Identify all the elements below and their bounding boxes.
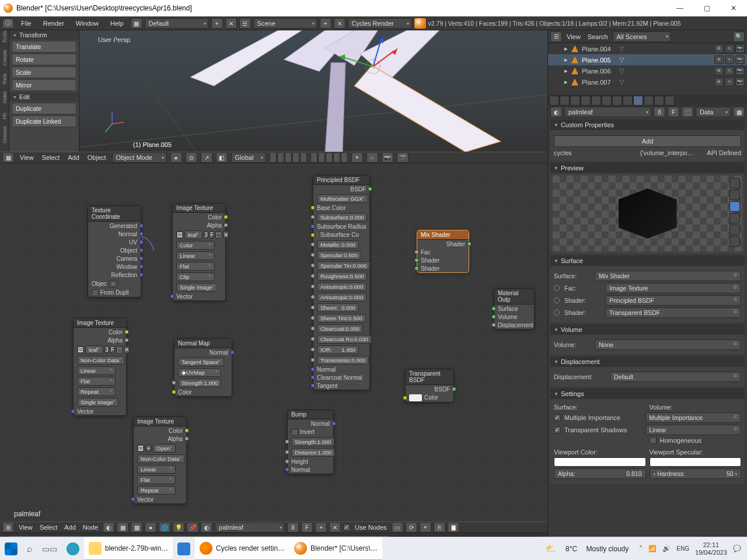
tab-renderlayers-icon[interactable] [560, 96, 570, 106]
vp-menu-object[interactable]: Object [85, 154, 109, 161]
mail-button[interactable] [173, 537, 195, 561]
tray-notifications-icon[interactable]: 💬 [733, 545, 741, 552]
win-close[interactable]: ✕ [720, 0, 747, 16]
volume-select[interactable]: None [595, 340, 741, 350]
mode-select[interactable]: Object Mode [112, 152, 167, 163]
menu-window[interactable]: Window [71, 20, 103, 27]
visibility-icon[interactable]: 👁 [714, 66, 724, 75]
fac-input-select[interactable]: Image Texture [605, 283, 741, 293]
render-vis-icon[interactable]: 📷 [735, 66, 745, 75]
proportional-icon[interactable]: ○ [366, 152, 378, 163]
transparent-shadows-check[interactable] [554, 426, 561, 433]
task-view-button[interactable]: ▭▭ [37, 537, 62, 561]
search-button[interactable]: ⌕ [22, 537, 37, 561]
image-browse-icon[interactable]: 🖼 [137, 444, 144, 452]
from-dupli-check[interactable] [92, 289, 99, 296]
transform-panel-header[interactable]: Transform [9, 30, 79, 40]
visibility-icon[interactable]: 👁 [714, 44, 724, 53]
editor-type-3dview-icon[interactable]: ▦ [2, 152, 14, 163]
outliner-display-mode[interactable]: All Scenes [613, 32, 671, 42]
scale-button[interactable]: Scale [12, 66, 76, 78]
socket-icon[interactable] [554, 285, 560, 291]
shading-icon[interactable]: ● [170, 152, 182, 163]
add-custom-prop-button[interactable]: Add [554, 135, 741, 147]
duplicate-linked-button[interactable]: Duplicate Linked [12, 116, 76, 127]
screen-layout-select[interactable]: Default [145, 18, 209, 29]
render-vis-icon[interactable]: 📷 [735, 78, 745, 86]
preview-flat-icon[interactable] [729, 178, 740, 188]
mat-browse-icon[interactable]: ◐ [201, 522, 212, 533]
material-name-field[interactable]: palmleaf [564, 107, 651, 117]
scene-add-icon[interactable]: + [320, 18, 331, 29]
viewport-specular-swatch[interactable] [650, 457, 742, 467]
tab-world-icon[interactable] [581, 96, 591, 106]
node-normal-map[interactable]: Normal Map Normal Tangent Space ◆ UVMap … [174, 338, 232, 397]
start-button[interactable] [0, 537, 22, 561]
preview-world-icon[interactable] [729, 236, 740, 247]
select-icon[interactable]: ↖ [725, 66, 734, 75]
select-icon[interactable]: ↖ [725, 78, 734, 86]
socket-icon[interactable] [554, 310, 560, 316]
tab-data-icon[interactable] [623, 96, 633, 106]
scene-select[interactable]: Scene [253, 18, 317, 29]
rotate-button[interactable]: Rotate [12, 54, 76, 65]
render-vis-icon[interactable]: 📷 [735, 55, 745, 64]
paste-nodes-icon[interactable]: 📋 [448, 522, 459, 533]
world-material-icon[interactable]: 🌐 [159, 522, 170, 533]
explorer-task[interactable]: blender-2.79b-win… [84, 537, 173, 561]
render-vis-icon[interactable]: 📷 [735, 44, 745, 53]
tray-lang-icon[interactable]: ENG [676, 545, 689, 552]
orientation-select[interactable]: Global [231, 152, 266, 163]
preview-header[interactable]: Preview [550, 163, 745, 173]
image-browse-icon[interactable]: 🖼 [77, 346, 84, 354]
mat-add-icon[interactable]: + [315, 522, 327, 533]
scene-browse-icon[interactable]: ☱ [239, 18, 251, 29]
preview-monkey-icon[interactable] [729, 213, 740, 223]
tray-clock[interactable]: 22:1119/04/2023 [695, 541, 727, 555]
win-maximize[interactable]: ▢ [693, 0, 720, 16]
preview-hair-icon[interactable] [729, 225, 740, 235]
tab-texture-icon[interactable] [644, 96, 654, 106]
tab-modifiers-icon[interactable] [612, 96, 622, 106]
editor-type-outliner-icon[interactable]: ☰ [550, 32, 562, 42]
node-mix-shader[interactable]: Mix Shader Shader Fac Shader Shader [417, 230, 469, 273]
viewport-color-swatch[interactable] [554, 457, 646, 467]
ol-menu-view[interactable]: View [564, 33, 583, 40]
volume-sampling-select[interactable]: Multiple Importance [645, 412, 742, 423]
render-icon[interactable]: 📷 [382, 152, 393, 163]
weather-widget[interactable]: ⛅ 8°C Mostly cloudy [540, 537, 634, 561]
image-browse-icon[interactable]: 🖼 [176, 231, 183, 239]
hardness-field[interactable]: ‹ Hardness:50 › [650, 468, 742, 479]
texture-tree-icon[interactable]: ▩ [131, 522, 142, 533]
ne-menu-view[interactable]: View [16, 524, 35, 531]
clapper-icon[interactable]: 🎬 [397, 152, 409, 163]
alpha-field[interactable]: Alpha:0.810 [554, 468, 646, 479]
mat-del-icon[interactable]: ✕ [329, 522, 341, 533]
viewport-3d[interactable]: User Persp (1) Plane.005 [79, 30, 547, 152]
layout-del-icon[interactable]: ✕ [225, 18, 237, 29]
vp-menu-select[interactable]: Select [40, 154, 62, 161]
menu-file[interactable]: File [16, 20, 36, 27]
blender-task[interactable]: Blender* [C:\Users\… [289, 537, 382, 561]
edit-panel-header[interactable]: Edit [9, 92, 79, 102]
copy-nodes-icon[interactable]: ⎘ [434, 522, 445, 533]
material-datablock[interactable]: palmleaf [215, 522, 285, 533]
mat-users[interactable]: 8 [287, 522, 299, 533]
edge-button[interactable] [62, 537, 84, 561]
preview-sphere-icon[interactable] [729, 190, 740, 200]
editor-type-node-icon[interactable]: ⊞ [2, 522, 14, 533]
tab-scene-icon[interactable] [570, 96, 580, 106]
node-image-texture-a[interactable]: Image Texture Color Alpha 🖼leaf3F⬚✕ Colo… [172, 203, 226, 301]
volume-header[interactable]: Volume [550, 324, 745, 335]
mat-nodes-icon[interactable]: ▦ [733, 107, 745, 117]
visibility-icon[interactable]: 👁 [714, 55, 724, 64]
tab-physics-icon[interactable] [665, 96, 675, 106]
preview-cube-icon[interactable] [729, 201, 740, 212]
settings-header[interactable]: Settings [550, 388, 745, 399]
node-transparent-bsdf[interactable]: Transparent BSDF BSDF Color [405, 369, 454, 402]
firefox-task[interactable]: Cycles render settin… [195, 537, 289, 561]
ne-menu-add[interactable]: Add [62, 524, 78, 531]
displacement-select[interactable]: Default [610, 372, 741, 382]
node-texture-coordinate[interactable]: Texture Coordinate Generated Normal UV O… [88, 205, 141, 298]
node-editor[interactable]: Texture Coordinate Generated Normal UV O… [0, 163, 547, 522]
